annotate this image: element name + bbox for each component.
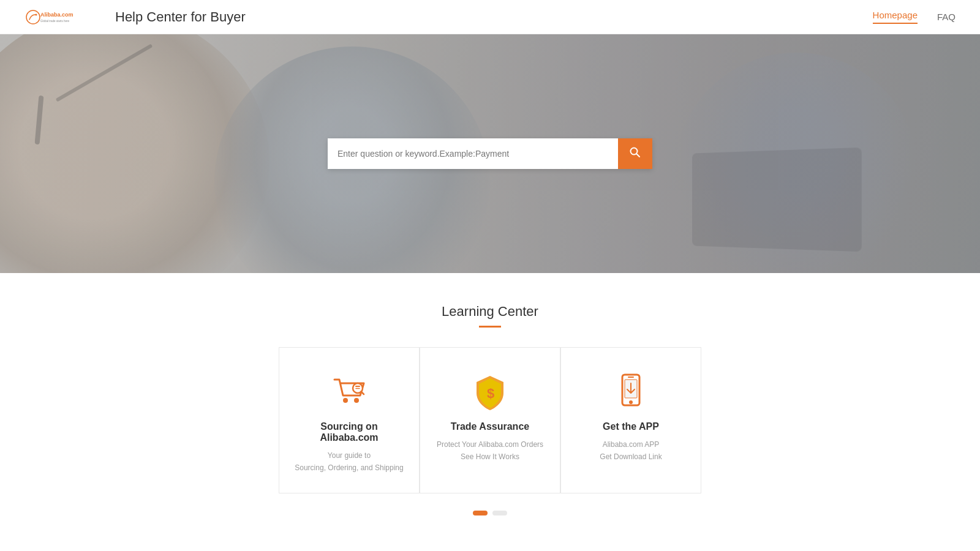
header: Alibaba.com Global trade starts here Hel…: [0, 0, 980, 34]
nav-faq[interactable]: FAQ: [937, 12, 956, 22]
svg-point-6: [343, 398, 348, 403]
app-card-desc: Alibaba.com APP Get Download Link: [600, 438, 662, 463]
app-icon: [611, 372, 650, 411]
carousel-dot-1[interactable]: [473, 511, 488, 515]
carousel-dot-2[interactable]: [492, 511, 507, 515]
svg-point-15: [629, 400, 633, 404]
nav-homepage[interactable]: Homepage: [873, 10, 918, 24]
trade-assurance-card-title: Trade Assurance: [451, 421, 529, 432]
carousel-dots: [0, 511, 980, 515]
search-icon: [629, 146, 641, 162]
hero-banner: [0, 34, 980, 273]
learning-cards-container: Sourcing on Alibaba.com Your guide to So…: [165, 347, 815, 493]
trade-assurance-icon: $: [470, 372, 510, 411]
alibaba-logo: Alibaba.com Global trade starts here: [24, 5, 98, 29]
svg-text:Global trade starts here: Global trade starts here: [40, 20, 70, 23]
card-get-app[interactable]: Get the APP Alibaba.com APP Get Download…: [560, 347, 701, 493]
search-bar: [328, 138, 652, 169]
learning-center-title: Learning Center: [0, 304, 980, 320]
sourcing-card-desc: Your guide to Sourcing, Ordering, and Sh…: [295, 449, 403, 474]
svg-point-0: [26, 10, 40, 24]
svg-text:Alibaba.com: Alibaba.com: [40, 12, 74, 18]
search-input[interactable]: [328, 138, 618, 169]
sourcing-icon: [330, 372, 369, 411]
hero-search-area: [0, 138, 980, 169]
svg-point-7: [354, 398, 359, 403]
card-trade-assurance[interactable]: $ Trade Assurance Protect Your Alibaba.c…: [420, 347, 560, 493]
search-button[interactable]: [618, 138, 652, 169]
app-card-title: Get the APP: [603, 421, 659, 432]
svg-point-1: [36, 13, 37, 15]
header-title: Help Center for Buyer: [115, 9, 246, 25]
trade-assurance-card-desc: Protect Your Alibaba.com Orders See How …: [437, 438, 543, 463]
hot-topics-section: Hot Topics: [0, 534, 980, 551]
logo-area: Alibaba.com Global trade starts here Hel…: [24, 5, 246, 29]
svg-text:$: $: [487, 386, 494, 401]
learning-center-section: Learning Center Sourcing: [0, 273, 980, 534]
learning-center-underline: [479, 326, 501, 328]
svg-line-5: [637, 154, 640, 157]
card-sourcing[interactable]: Sourcing on Alibaba.com Your guide to So…: [279, 347, 420, 493]
main-nav: Homepage FAQ: [873, 10, 956, 24]
sourcing-card-title: Sourcing on Alibaba.com: [292, 421, 407, 443]
